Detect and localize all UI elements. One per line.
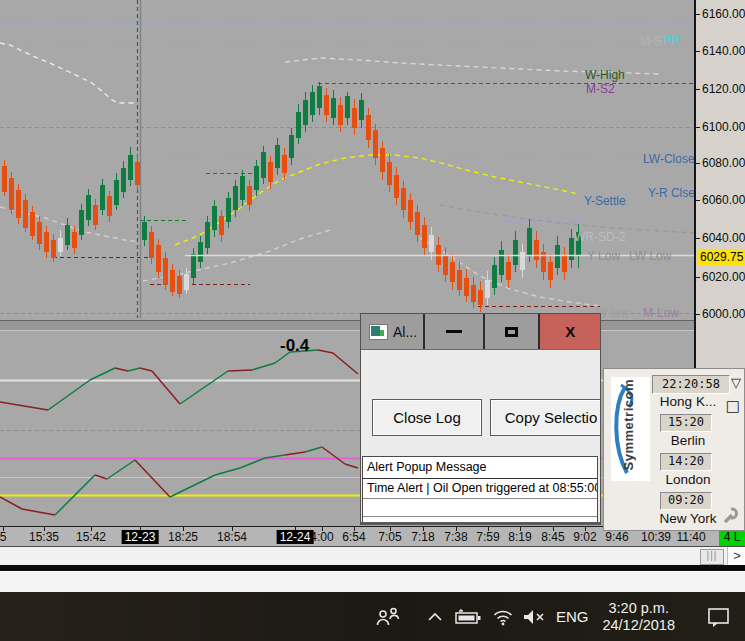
pivot-label: LW-Close — [643, 152, 694, 166]
time-axis-label: 4:00 — [310, 530, 333, 544]
close-log-button[interactable]: Close Log — [372, 399, 482, 436]
world-clock-widget: Symmetricom 22:20:58 ▽ Hong K... □ 15:20… — [603, 368, 745, 531]
windows-taskbar: ENG 3:20 p.m. 24/12/2018 — [0, 592, 745, 641]
scrollbar-thumb[interactable]: ||| — [700, 549, 724, 565]
pivot-label: M-S2 — [586, 82, 615, 96]
battery-icon[interactable] — [455, 608, 482, 626]
maximize-icon — [505, 327, 518, 337]
oscillator-segment — [252, 363, 275, 370]
pivot-label: W-low — [596, 306, 629, 320]
scrollbar-right-arrow[interactable]: > — [727, 547, 745, 565]
time-axis-label: 9:46 — [605, 530, 628, 544]
oscillator-segment — [322, 447, 345, 464]
pivot-label: LW Low — [629, 249, 672, 263]
price-tick-label: 6060.00 — [702, 193, 745, 207]
oscillator-segment — [285, 452, 305, 455]
price-tick — [696, 89, 700, 90]
wifi-icon[interactable] — [492, 608, 514, 626]
oscillator-segment — [318, 350, 333, 353]
action-center-icon[interactable] — [707, 606, 731, 628]
clock-checkbox[interactable]: □ — [726, 397, 740, 415]
pivot-label: --PP — [656, 34, 680, 48]
price-tick — [696, 14, 700, 15]
alert-table-empty-row[interactable] — [363, 517, 597, 525]
copy-selected-button[interactable]: Copy Selectio — [490, 399, 601, 436]
oscillator-segment — [345, 464, 358, 468]
indicator-value-label: -0.4 — [280, 336, 310, 355]
time-axis-label: 5 — [0, 530, 6, 544]
time-axis-label: 7:18 — [411, 530, 434, 544]
city-clock-time: 09:20 — [660, 492, 712, 510]
time-axis-label: 12-23 — [122, 530, 159, 544]
price-tick-label: 6000.00 — [702, 307, 745, 321]
price-tick-label: 6140.00 — [702, 44, 745, 58]
chevron-down-icon[interactable]: ▽ — [731, 375, 741, 390]
oscillator-segment — [107, 460, 135, 479]
time-axis-label: 15:35 — [29, 530, 59, 544]
time-axis-label: 12-24 — [277, 530, 314, 544]
alert-table-empty-row[interactable] — [363, 499, 597, 517]
docked-window-strip — [0, 571, 745, 592]
moving-average-line — [0, 43, 137, 103]
taskbar-clock[interactable]: 3:20 p.m. 24/12/2018 — [602, 600, 675, 634]
current-price-badge: 6029.75 — [697, 249, 745, 265]
oscillator-segment — [140, 368, 152, 371]
oscillator-segment — [152, 371, 180, 404]
oscillator-segment — [22, 509, 55, 515]
pivot-label: Y-R Clse — [648, 186, 694, 200]
minimize-button[interactable] — [423, 314, 483, 349]
minimize-icon — [446, 330, 462, 333]
city-clock-time: 15:20 — [660, 414, 712, 432]
time-axis-label: 7:05 — [378, 530, 401, 544]
pivot-label: W-High — [585, 68, 625, 82]
wrench-icon[interactable] — [722, 506, 741, 525]
price-tick-label: 6040.00 — [702, 231, 745, 245]
dialog-titlebar[interactable]: Al... X — [361, 314, 600, 350]
time-axis-label: 8:19 — [508, 530, 531, 544]
price-tick — [696, 314, 700, 315]
time-axis-label: 9:02 — [573, 530, 596, 544]
alert-message-table: Alert Popup Message Time Alert | Oil Ope… — [362, 456, 598, 525]
time-axis-label: 18:25 — [168, 530, 198, 544]
price-tick-label: 6120.00 — [702, 82, 745, 96]
alert-log-dialog: Al... X Close Log Copy Selectio Alert Po… — [360, 313, 601, 525]
price-tick — [696, 163, 700, 164]
city-clock-time: 14:20 — [660, 453, 712, 471]
alert-table-header: Alert Popup Message — [363, 457, 597, 479]
chart-horizontal-scrollbar[interactable]: ||| > — [0, 546, 745, 565]
taskbar-date: 24/12/2018 — [602, 617, 675, 634]
show-hidden-icons-chevron[interactable] — [427, 611, 443, 623]
language-indicator[interactable]: ENG — [556, 608, 589, 625]
price-tick-label: 6160.00 — [702, 7, 745, 21]
city-clock-name: Berlin — [640, 433, 736, 448]
price-tick — [696, 238, 700, 239]
people-icon[interactable] — [375, 606, 401, 628]
oscillator-segment — [0, 497, 22, 509]
time-axis-label: 7:59 — [476, 530, 499, 544]
price-tick-label: 6020.00 — [702, 270, 745, 284]
maximize-button[interactable] — [483, 314, 539, 349]
oscillator-segment — [0, 402, 48, 410]
primary-clock-time: 22:20:58 — [652, 375, 730, 394]
oscillator-segment — [170, 475, 215, 497]
time-axis-label: 8:45 — [541, 530, 564, 544]
candles-group — [2, 82, 581, 312]
alert-table-row[interactable]: Time Alert | Oil Open triggered at 08:55… — [363, 479, 597, 499]
oscillator-segment — [180, 371, 228, 404]
speaker-muted-icon[interactable] — [522, 608, 546, 626]
time-axis-label: 7:38 — [444, 530, 467, 544]
taskbar-time: 3:20 p.m. — [602, 600, 675, 617]
dialog-title: Al... — [393, 324, 417, 340]
trading-app-screen: M-S--PPW-HighM-S2LW-CloseY-R ClseY-Settl… — [0, 0, 745, 641]
oscillator-segment — [215, 468, 240, 475]
moving-average-line — [440, 205, 694, 233]
price-tick-label: 6100.00 — [702, 120, 745, 134]
close-button[interactable]: X — [538, 314, 600, 349]
logo-text: Symmetricom — [621, 379, 636, 470]
oscillator-segment — [90, 368, 115, 380]
oscillator-segment — [128, 368, 140, 371]
pivot-label: M-Low — [643, 306, 679, 320]
price-tick — [696, 277, 700, 278]
oscillator-segment — [305, 447, 322, 452]
symmetricom-logo: Symmetricom — [611, 377, 650, 481]
